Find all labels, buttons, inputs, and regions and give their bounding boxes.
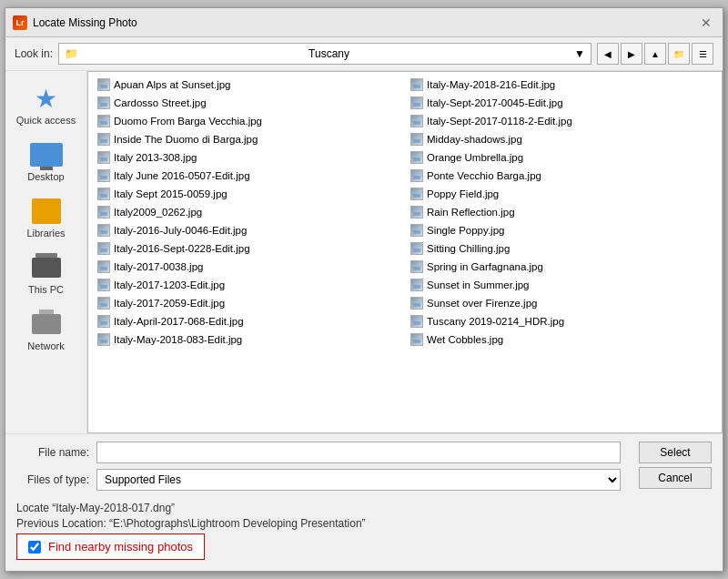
- libraries-icon-wrap: [28, 197, 65, 226]
- file-thumbnail: [97, 169, 110, 182]
- location-dropdown[interactable]: 📁 Tuscany ▼: [58, 43, 592, 65]
- file-item[interactable]: Italy 2013-308.jpg: [92, 148, 405, 167]
- sidebar-item-network[interactable]: Network: [10, 304, 83, 357]
- file-item[interactable]: Italy-2017-1203-Edit.jpg: [92, 276, 405, 294]
- file-item[interactable]: Italy June 2016-0507-Edit.jpg: [92, 167, 405, 185]
- close-button[interactable]: ✕: [697, 14, 715, 32]
- locate-line: Locate “Italy-May-2018-017.dng”: [16, 502, 712, 514]
- file-item[interactable]: Midday-shadows.jpg: [405, 130, 718, 148]
- file-name: Sunset over Firenze.jpg: [427, 298, 537, 309]
- find-nearby-box[interactable]: Find nearby missing photos: [16, 533, 205, 560]
- sidebar-item-quick-access[interactable]: ★ Quick access: [10, 78, 83, 131]
- file-item[interactable]: Italy-May-2018-083-Edit.jpg: [92, 330, 405, 349]
- file-name: Italy Sept 2015-0059.jpg: [114, 188, 228, 199]
- file-thumbnail: [97, 242, 110, 255]
- previous-location-line: Previous Location: “E:\Photographs\Light…: [16, 517, 712, 530]
- file-item[interactable]: Cardosso Street.jpg: [92, 94, 405, 112]
- files-of-type-label: Files of type:: [16, 473, 89, 486]
- file-name: Ponte Vecchio Barga.jpg: [427, 170, 541, 181]
- file-thumbnail: [410, 279, 423, 291]
- file-name: Sunset in Summer.jpg: [427, 279, 530, 290]
- file-item[interactable]: Single Poppy.jpg: [405, 221, 718, 239]
- network-icon: [32, 314, 61, 334]
- file-thumbnail: [410, 333, 423, 346]
- thispc-icon: [32, 258, 61, 278]
- sidebar-item-this-pc[interactable]: This PC: [10, 248, 83, 300]
- file-thumbnail: [97, 260, 110, 273]
- file-thumbnail: [97, 297, 110, 310]
- file-name: Spring in Garfagnana.jpg: [427, 261, 543, 272]
- new-folder-button[interactable]: 📁: [668, 43, 690, 65]
- back-button[interactable]: ◀: [597, 43, 619, 65]
- file-item[interactable]: Italy-April-2017-068-Edit.jpg: [92, 312, 405, 330]
- file-thumbnail: [410, 315, 423, 328]
- file-item[interactable]: Italy-2017-2059-Edit.jpg: [92, 294, 405, 312]
- file-item[interactable]: Spring in Garfagnana.jpg: [405, 258, 718, 276]
- view-button[interactable]: ☰: [692, 43, 713, 65]
- file-name: Orange Umbrella.jpg: [427, 152, 523, 163]
- file-name-input[interactable]: [96, 442, 621, 463]
- file-item[interactable]: Sunset in Summer.jpg: [405, 276, 718, 294]
- file-item[interactable]: Duomo From Barga Vecchia.jpg: [92, 112, 405, 130]
- file-item[interactable]: Italy Sept 2015-0059.jpg: [92, 185, 405, 203]
- select-button[interactable]: Select: [639, 442, 712, 463]
- file-name-row: File name:: [16, 442, 632, 463]
- file-item[interactable]: Italy-2017-0038.jpg: [92, 258, 405, 276]
- file-item[interactable]: Italy2009_0262.jpg: [92, 203, 405, 221]
- thispc-label: This PC: [28, 284, 64, 295]
- file-item[interactable]: Orange Umbrella.jpg: [405, 148, 718, 167]
- thispc-icon-wrap: [28, 253, 65, 282]
- sidebar-item-desktop[interactable]: Desktop: [10, 135, 83, 188]
- forward-button[interactable]: ▶: [621, 43, 642, 65]
- file-name: Italy-Sept-2017-0118-2-Edit.jpg: [427, 116, 572, 127]
- file-name: Italy-2017-0038.jpg: [114, 261, 203, 272]
- look-in-label: Look in:: [15, 47, 53, 60]
- file-name: Italy-April-2017-068-Edit.jpg: [114, 316, 244, 327]
- file-item[interactable]: Inside The Duomo di Barga.jpg: [92, 130, 405, 148]
- file-item[interactable]: Apuan Alps at Sunset.jpg: [92, 76, 405, 94]
- locate-missing-photo-dialog: Lr Locate Missing Photo ✕ Look in: 📁 Tus…: [5, 7, 723, 572]
- file-item[interactable]: Sunset over Firenze.jpg: [405, 294, 718, 312]
- file-name: Poppy Field.jpg: [427, 188, 499, 199]
- file-item[interactable]: Ponte Vecchio Barga.jpg: [405, 167, 718, 185]
- file-list: Apuan Alps at Sunset.jpgItaly-May-2018-2…: [87, 71, 723, 433]
- cancel-button[interactable]: Cancel: [639, 467, 712, 489]
- info-area: Locate “Italy-May-2018-017.dng” Previous…: [16, 496, 712, 564]
- folder-icon: 📁: [65, 47, 78, 60]
- up-button[interactable]: ▲: [644, 43, 666, 65]
- star-icon: ★: [35, 84, 57, 114]
- file-thumbnail: [410, 169, 423, 182]
- file-thumbnail: [410, 133, 423, 146]
- file-thumbnail: [97, 78, 110, 91]
- file-item[interactable]: Italy-Sept-2017-0118-2-Edit.jpg: [405, 112, 718, 130]
- sidebar-item-libraries[interactable]: Libraries: [10, 191, 83, 244]
- file-item[interactable]: Wet Cobbles.jpg: [405, 330, 718, 349]
- file-thumbnail: [410, 297, 423, 310]
- file-item[interactable]: Tuscany 2019-0214_HDR.jpg: [405, 312, 718, 330]
- file-thumbnail: [97, 333, 110, 346]
- files-of-type-select[interactable]: Supported Files: [96, 469, 621, 491]
- file-thumbnail: [410, 242, 423, 255]
- file-item[interactable]: Italy-May-2018-216-Edit.jpg: [405, 76, 718, 94]
- file-name: Italy-Sept-2017-0045-Edit.jpg: [427, 97, 563, 108]
- file-name: Duomo From Barga Vecchia.jpg: [114, 116, 262, 127]
- file-thumbnail: [410, 96, 423, 109]
- file-item[interactable]: Italy-2016-Sept-0228-Edit.jpg: [92, 239, 405, 258]
- location-text: Tuscany: [308, 47, 349, 60]
- file-item[interactable]: Rain Reflection.jpg: [405, 203, 718, 221]
- file-name: Italy-May-2018-083-Edit.jpg: [114, 334, 242, 345]
- find-nearby-checkbox[interactable]: [28, 541, 41, 554]
- file-thumbnail: [410, 115, 423, 127]
- file-name: Italy-May-2018-216-Edit.jpg: [427, 79, 555, 90]
- action-buttons: Select Cancel: [639, 442, 712, 496]
- file-item[interactable]: Sitting Chilling.jpg: [405, 239, 718, 258]
- file-item[interactable]: Italy-Sept-2017-0045-Edit.jpg: [405, 94, 718, 112]
- file-thumbnail: [410, 206, 423, 218]
- file-item[interactable]: Poppy Field.jpg: [405, 185, 718, 203]
- file-thumbnail: [410, 260, 423, 273]
- file-item[interactable]: Italy-2016-July-0046-Edit.jpg: [92, 221, 405, 239]
- toolbar-buttons: ◀ ▶ ▲ 📁 ☰: [597, 43, 713, 65]
- file-name: Italy-2016-July-0046-Edit.jpg: [114, 225, 247, 236]
- app-icon: Lr: [13, 15, 27, 30]
- file-thumbnail: [97, 151, 110, 164]
